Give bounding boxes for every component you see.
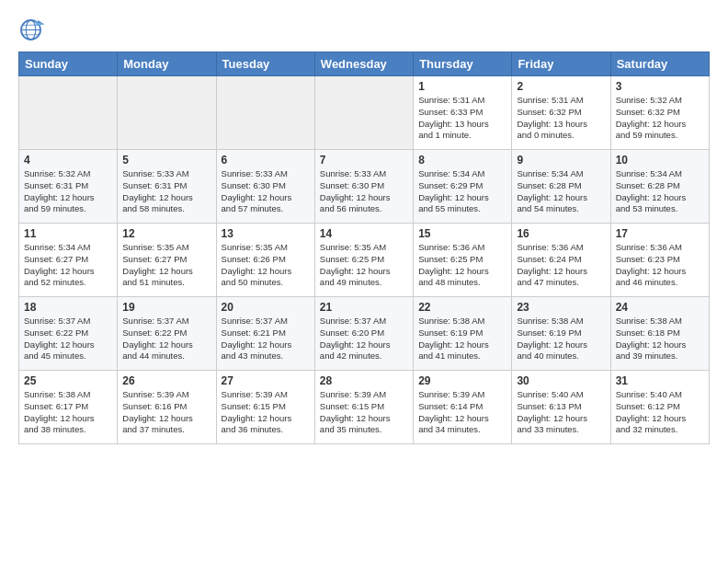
day-info: Sunrise: 5:35 AM Sunset: 6:26 PM Dayligh… xyxy=(222,242,310,289)
calendar-cell: 10Sunrise: 5:34 AM Sunset: 6:28 PM Dayli… xyxy=(610,150,709,224)
day-header-wednesday: Wednesday xyxy=(314,52,413,76)
calendar: SundayMondayTuesdayWednesdayThursdayFrid… xyxy=(18,52,710,444)
day-header-friday: Friday xyxy=(512,52,610,76)
day-number: 30 xyxy=(517,374,605,387)
calendar-cell: 26Sunrise: 5:39 AM Sunset: 6:16 PM Dayli… xyxy=(118,371,216,444)
day-number: 16 xyxy=(517,227,605,240)
week-row-2: 4Sunrise: 5:32 AM Sunset: 6:31 PM Daylig… xyxy=(19,150,710,224)
day-info: Sunrise: 5:33 AM Sunset: 6:30 PM Dayligh… xyxy=(320,168,408,215)
day-info: Sunrise: 5:32 AM Sunset: 6:31 PM Dayligh… xyxy=(24,168,112,215)
day-number: 17 xyxy=(616,227,704,240)
day-number: 15 xyxy=(418,227,506,240)
calendar-cell: 28Sunrise: 5:39 AM Sunset: 6:15 PM Dayli… xyxy=(314,371,413,444)
day-info: Sunrise: 5:37 AM Sunset: 6:20 PM Dayligh… xyxy=(320,316,408,362)
calendar-cell xyxy=(118,76,216,150)
calendar-cell: 2Sunrise: 5:31 AM Sunset: 6:32 PM Daylig… xyxy=(512,76,610,150)
calendar-cell: 7Sunrise: 5:33 AM Sunset: 6:30 PM Daylig… xyxy=(314,150,413,224)
calendar-cell xyxy=(19,76,118,150)
week-row-5: 25Sunrise: 5:38 AM Sunset: 6:17 PM Dayli… xyxy=(19,371,710,444)
svg-rect-0 xyxy=(18,15,46,42)
calendar-cell: 11Sunrise: 5:34 AM Sunset: 6:27 PM Dayli… xyxy=(19,224,118,297)
day-number: 3 xyxy=(616,80,704,93)
day-info: Sunrise: 5:31 AM Sunset: 6:32 PM Dayligh… xyxy=(517,95,605,142)
calendar-cell: 22Sunrise: 5:38 AM Sunset: 6:19 PM Dayli… xyxy=(414,297,512,371)
day-number: 20 xyxy=(222,301,310,314)
day-info: Sunrise: 5:33 AM Sunset: 6:31 PM Dayligh… xyxy=(122,168,210,215)
day-number: 1 xyxy=(418,80,506,93)
calendar-cell: 12Sunrise: 5:35 AM Sunset: 6:27 PM Dayli… xyxy=(118,224,216,297)
day-number: 29 xyxy=(418,374,506,387)
calendar-header: SundayMondayTuesdayWednesdayThursdayFrid… xyxy=(19,52,710,76)
calendar-cell: 29Sunrise: 5:39 AM Sunset: 6:14 PM Dayli… xyxy=(414,371,512,444)
calendar-cell: 13Sunrise: 5:35 AM Sunset: 6:26 PM Dayli… xyxy=(216,224,314,297)
calendar-cell: 23Sunrise: 5:38 AM Sunset: 6:19 PM Dayli… xyxy=(512,297,610,371)
day-number: 24 xyxy=(616,301,704,314)
week-row-3: 11Sunrise: 5:34 AM Sunset: 6:27 PM Dayli… xyxy=(19,224,710,297)
day-info: Sunrise: 5:38 AM Sunset: 6:18 PM Dayligh… xyxy=(616,316,704,362)
day-info: Sunrise: 5:36 AM Sunset: 6:25 PM Dayligh… xyxy=(418,242,506,289)
day-number: 8 xyxy=(418,154,506,167)
day-number: 19 xyxy=(122,301,210,314)
day-info: Sunrise: 5:37 AM Sunset: 6:22 PM Dayligh… xyxy=(122,316,210,362)
day-number: 7 xyxy=(320,154,408,167)
day-info: Sunrise: 5:36 AM Sunset: 6:23 PM Dayligh… xyxy=(616,242,704,289)
day-number: 12 xyxy=(122,227,210,240)
calendar-cell: 6Sunrise: 5:33 AM Sunset: 6:30 PM Daylig… xyxy=(216,150,314,224)
day-number: 22 xyxy=(418,301,506,314)
calendar-cell: 24Sunrise: 5:38 AM Sunset: 6:18 PM Dayli… xyxy=(610,297,709,371)
day-number: 9 xyxy=(517,154,605,167)
calendar-cell: 21Sunrise: 5:37 AM Sunset: 6:20 PM Dayli… xyxy=(314,297,413,371)
day-info: Sunrise: 5:33 AM Sunset: 6:30 PM Dayligh… xyxy=(222,168,310,215)
day-info: Sunrise: 5:31 AM Sunset: 6:33 PM Dayligh… xyxy=(418,95,506,142)
calendar-cell: 16Sunrise: 5:36 AM Sunset: 6:24 PM Dayli… xyxy=(512,224,610,297)
day-number: 2 xyxy=(517,80,605,93)
calendar-cell: 17Sunrise: 5:36 AM Sunset: 6:23 PM Dayli… xyxy=(610,224,709,297)
day-info: Sunrise: 5:34 AM Sunset: 6:27 PM Dayligh… xyxy=(24,242,112,289)
day-number: 28 xyxy=(320,374,408,387)
day-info: Sunrise: 5:39 AM Sunset: 6:15 PM Dayligh… xyxy=(222,389,310,436)
day-number: 26 xyxy=(122,374,210,387)
day-number: 13 xyxy=(222,227,310,240)
day-header-sunday: Sunday xyxy=(19,52,118,76)
calendar-cell: 20Sunrise: 5:37 AM Sunset: 6:21 PM Dayli… xyxy=(216,297,314,371)
header-row: SundayMondayTuesdayWednesdayThursdayFrid… xyxy=(19,52,710,76)
week-row-4: 18Sunrise: 5:37 AM Sunset: 6:22 PM Dayli… xyxy=(19,297,710,371)
calendar-cell xyxy=(314,76,413,150)
page: SundayMondayTuesdayWednesdayThursdayFrid… xyxy=(0,0,728,459)
day-info: Sunrise: 5:36 AM Sunset: 6:24 PM Dayligh… xyxy=(517,242,605,289)
day-info: Sunrise: 5:39 AM Sunset: 6:14 PM Dayligh… xyxy=(418,389,506,436)
day-number: 18 xyxy=(24,301,112,314)
day-number: 25 xyxy=(24,374,112,387)
day-number: 14 xyxy=(320,227,408,240)
week-row-1: 1Sunrise: 5:31 AM Sunset: 6:33 PM Daylig… xyxy=(19,76,710,150)
day-number: 6 xyxy=(222,154,310,167)
calendar-cell: 1Sunrise: 5:31 AM Sunset: 6:33 PM Daylig… xyxy=(414,76,512,150)
day-info: Sunrise: 5:40 AM Sunset: 6:12 PM Dayligh… xyxy=(616,389,704,436)
calendar-cell: 4Sunrise: 5:32 AM Sunset: 6:31 PM Daylig… xyxy=(19,150,118,224)
calendar-cell: 5Sunrise: 5:33 AM Sunset: 6:31 PM Daylig… xyxy=(118,150,216,224)
day-info: Sunrise: 5:35 AM Sunset: 6:27 PM Dayligh… xyxy=(122,242,210,289)
calendar-cell: 3Sunrise: 5:32 AM Sunset: 6:32 PM Daylig… xyxy=(610,76,709,150)
day-number: 27 xyxy=(222,374,310,387)
logo xyxy=(18,15,48,42)
calendar-cell xyxy=(216,76,314,150)
day-info: Sunrise: 5:35 AM Sunset: 6:25 PM Dayligh… xyxy=(320,242,408,289)
day-number: 31 xyxy=(616,374,704,387)
day-number: 5 xyxy=(122,154,210,167)
day-info: Sunrise: 5:34 AM Sunset: 6:29 PM Dayligh… xyxy=(418,168,506,215)
calendar-cell: 18Sunrise: 5:37 AM Sunset: 6:22 PM Dayli… xyxy=(19,297,118,371)
calendar-cell: 30Sunrise: 5:40 AM Sunset: 6:13 PM Dayli… xyxy=(512,371,610,444)
day-info: Sunrise: 5:32 AM Sunset: 6:32 PM Dayligh… xyxy=(616,95,704,142)
day-info: Sunrise: 5:37 AM Sunset: 6:21 PM Dayligh… xyxy=(222,316,310,362)
day-number: 23 xyxy=(517,301,605,314)
day-number: 4 xyxy=(24,154,112,167)
calendar-cell: 19Sunrise: 5:37 AM Sunset: 6:22 PM Dayli… xyxy=(118,297,216,371)
calendar-body: 1Sunrise: 5:31 AM Sunset: 6:33 PM Daylig… xyxy=(19,76,710,444)
day-header-monday: Monday xyxy=(118,52,216,76)
day-header-thursday: Thursday xyxy=(414,52,512,76)
day-number: 21 xyxy=(320,301,408,314)
day-number: 10 xyxy=(616,154,704,167)
day-info: Sunrise: 5:34 AM Sunset: 6:28 PM Dayligh… xyxy=(616,168,704,215)
day-info: Sunrise: 5:39 AM Sunset: 6:16 PM Dayligh… xyxy=(122,389,210,436)
day-info: Sunrise: 5:39 AM Sunset: 6:15 PM Dayligh… xyxy=(320,389,408,436)
